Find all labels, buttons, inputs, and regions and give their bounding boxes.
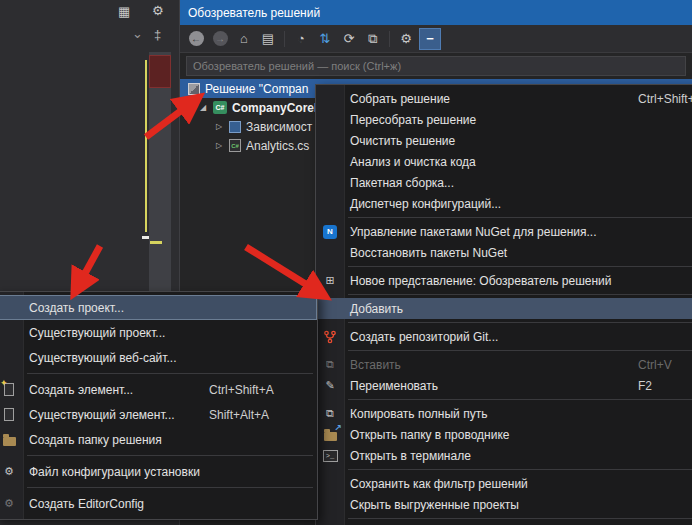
config-file-gear-icon: ⚙	[4, 466, 14, 477]
submenu-item-new-project[interactable]: Создать проект...	[0, 295, 317, 320]
menu-item-create-git-repository[interactable]: Создать репозиторий Git...	[316, 326, 692, 347]
menu-item-rebuild-solution[interactable]: Пересобрать решение	[316, 109, 692, 130]
menu-item-rename[interactable]: ✎ Переименовать F2	[316, 375, 692, 396]
pending-changes-button[interactable]: ◔	[290, 28, 312, 50]
submenu-item-setup-configuration-file[interactable]: ⚙ Файл конфигурации установки	[0, 459, 317, 484]
editor-scrollbar-thumb[interactable]	[149, 55, 171, 88]
menu-separator	[348, 217, 692, 218]
menu-item-label: Создать репозиторий Git...	[344, 330, 638, 344]
menu-item-open-folder-in-explorer[interactable]: ↗ Открыть папку в проводнике	[316, 424, 692, 445]
menu-item-label: Скрыть выгруженные проекты	[344, 498, 638, 512]
open-folder-icon: ↗	[324, 432, 337, 441]
chevron-down-icon[interactable]: ⌄	[132, 26, 143, 42]
properties-button[interactable]: ⚙	[395, 28, 417, 50]
menu-item-code-cleanup[interactable]: Анализ и очистка кода	[316, 151, 692, 172]
tool-window-titlebar[interactable]: Обозреватель решений	[180, 0, 692, 25]
submenu-item-new-item[interactable]: ✦ Создать элемент... Ctrl+Shift+A	[0, 377, 317, 402]
rename-icon: ✎	[325, 380, 334, 391]
toolbar-separator	[389, 31, 390, 47]
vs-ide-screen: ▦ ⚙ ⌄ ‡ Обозреватель решений ← → ⌂ ▤ ◔ ⇅…	[0, 0, 692, 525]
menu-item-label: Восстановить пакеты NuGet	[344, 246, 638, 260]
menu-item-new-solution-explorer-view[interactable]: ⊞ Новое представление: Обозреватель реше…	[316, 270, 692, 291]
menu-icon-slot	[0, 408, 23, 421]
dependencies-icon	[229, 121, 241, 133]
menu-item-build-solution[interactable]: Собрать решение Ctrl+Shift+B	[316, 88, 692, 109]
sync-with-active-document-button[interactable]: ⇅	[314, 28, 336, 50]
menu-item-restore-nuget-packages[interactable]: Восстановить пакеты NuGet	[316, 242, 692, 263]
collapse-all-button[interactable]: −	[419, 28, 441, 50]
menu-item-shortcut: F2	[638, 379, 692, 393]
pending-changes-icon: ◔	[297, 31, 305, 46]
editorconfig-gear-icon: ⚙	[4, 498, 14, 509]
menu-item-batch-build[interactable]: Пакетная сборка...	[316, 172, 692, 193]
change-tracking-mark	[145, 60, 147, 232]
menu-icon-slot: ⚙	[0, 466, 23, 477]
menu-item-label: Существующий элемент...	[23, 408, 209, 422]
tree-item-label: Analytics.cs	[246, 139, 309, 153]
tree-item-label: Зависимост	[246, 120, 312, 134]
scrollbar-change-mark	[150, 241, 162, 244]
forward-button[interactable]: →	[209, 28, 231, 50]
solution-explorer-search-input[interactable]	[186, 56, 686, 76]
menu-item-save-as-solution-filter[interactable]: Сохранить как фильтр решений	[316, 473, 692, 494]
menu-separator	[27, 487, 313, 488]
menu-item-label: Создать папку решения	[23, 433, 209, 447]
menu-icon-slot	[316, 330, 344, 344]
submenu-item-create-editorconfig[interactable]: ⚙ Создать EditorConfig	[0, 491, 317, 516]
add-submenu: Создать проект... Существующий проект...…	[0, 291, 318, 520]
git-icon	[323, 330, 337, 344]
menu-item-label: Анализ и очистка кода	[344, 155, 638, 169]
scrollbar-caret-mark	[142, 236, 149, 239]
menu-item-shortcut: Ctrl+Shift+A	[209, 383, 309, 397]
editor-scrollbar-track[interactable]	[149, 52, 171, 300]
submenu-item-existing-project[interactable]: Существующий проект...	[0, 320, 317, 345]
menu-item-label: Открыть в терминале	[344, 449, 638, 463]
menu-icon-slot	[0, 434, 23, 446]
csharp-file-icon: C#	[229, 139, 241, 152]
switch-views-icon: ▤	[262, 31, 274, 46]
submenu-item-existing-item[interactable]: Существующий элемент... Shift+Alt+A	[0, 402, 317, 427]
menu-item-shortcut: Ctrl+V	[638, 358, 692, 372]
menu-separator	[348, 399, 692, 400]
menu-item-label: Существующий проект...	[23, 326, 209, 340]
menu-item-open-in-terminal[interactable]: >_ Открыть в терминале	[316, 445, 692, 466]
splitter-icon[interactable]: ‡	[154, 27, 161, 43]
menu-item-clean-solution[interactable]: Очистить решение	[316, 130, 692, 151]
menu-item-copy-full-path[interactable]: ⧉ Копировать полный путь	[316, 403, 692, 424]
menu-item-label: Добавить	[344, 302, 638, 316]
switch-views-button[interactable]: ▤	[257, 28, 279, 50]
menu-item-manage-nuget-packages[interactable]: N Управление пакетами NuGet для решения.…	[316, 221, 692, 242]
expanded-arrow-icon[interactable]: ◢	[198, 103, 208, 112]
menu-separator	[348, 469, 692, 470]
collapsed-arrow-icon[interactable]: ▷	[214, 141, 224, 150]
home-icon: ⌂	[240, 31, 248, 46]
menu-item-label: Сохранить как фильтр решений	[344, 477, 638, 491]
menu-item-add[interactable]: Добавить	[316, 298, 692, 319]
menu-item-paste[interactable]: ⧉ Вставить Ctrl+V	[316, 354, 692, 375]
menu-item-label: Существующий веб-сайт...	[23, 351, 209, 365]
menu-icon-slot: >_	[316, 450, 344, 462]
menu-item-configuration-manager[interactable]: Диспетчер конфигураций...	[316, 193, 692, 214]
refresh-button[interactable]: ⟳	[338, 28, 360, 50]
menu-icon-slot: ⚙	[0, 498, 23, 509]
collapsed-arrow-icon[interactable]: ▷	[214, 122, 224, 131]
folder-arrow-icon: ↗	[334, 423, 342, 433]
star-icon: ✦	[0, 378, 8, 388]
menu-item-label: Создать EditorConfig	[23, 497, 209, 511]
back-button[interactable]: ←	[185, 28, 207, 50]
submenu-item-existing-website[interactable]: Существующий веб-сайт...	[0, 345, 317, 370]
terminal-icon: >_	[323, 450, 338, 462]
menu-icon-slot: ↗	[316, 429, 344, 441]
copy-icon: ⧉	[326, 408, 334, 419]
tool-window-title: Обозреватель решений	[188, 6, 320, 20]
home-button[interactable]: ⌂	[233, 28, 255, 50]
gear-icon[interactable]: ⚙	[152, 3, 164, 19]
menu-item-label: Диспетчер конфигураций...	[344, 197, 638, 211]
menu-item-label: Файл конфигурации установки	[23, 465, 209, 479]
menu-item-hide-unloaded-projects[interactable]: Скрыть выгруженные проекты	[316, 494, 692, 515]
solution-explorer-toolbar: ← → ⌂ ▤ ◔ ⇅ ⟳ ⧉ ⚙ −	[180, 25, 692, 53]
window-grid-icon[interactable]: ▦	[118, 4, 130, 20]
menu-separator	[27, 455, 313, 456]
show-all-files-button[interactable]: ⧉	[362, 28, 384, 50]
submenu-item-new-solution-folder[interactable]: Создать папку решения	[0, 427, 317, 452]
